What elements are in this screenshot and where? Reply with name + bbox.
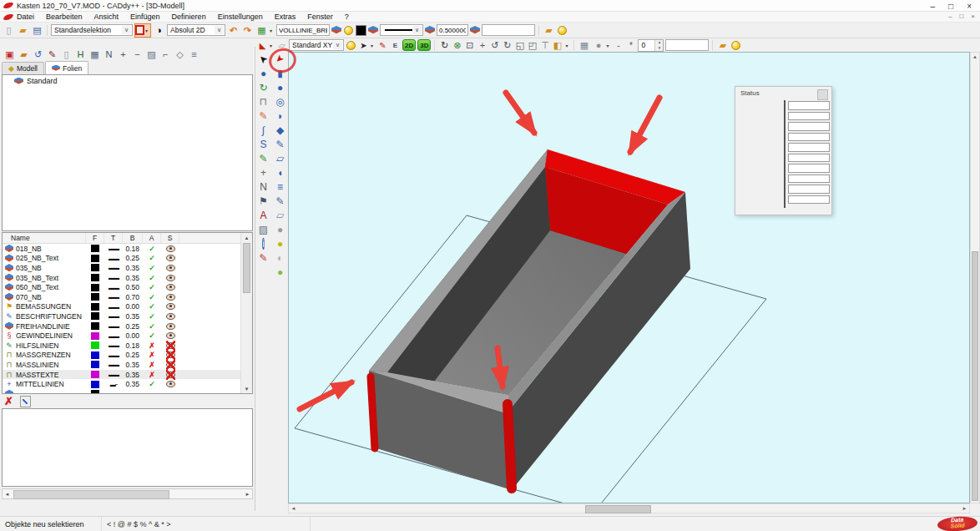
layer-linetype[interactable]: ▬▬	[104, 245, 123, 251]
rotate-right-icon[interactable]: ↻	[501, 39, 513, 52]
section-box-icon[interactable]: ▨	[145, 48, 158, 61]
layer-active-flag[interactable]: ✓	[143, 274, 161, 282]
info-icon[interactable]: i	[255, 236, 271, 250]
menu-item[interactable]: Extras	[275, 13, 296, 21]
layer-active-flag[interactable]: ✗	[143, 371, 161, 379]
line-width-input[interactable]	[437, 24, 468, 36]
tree-item-standard[interactable]: Standard	[3, 75, 252, 85]
table-row[interactable]: 018_NB ▬▬ 0.18 ✓	[3, 244, 241, 254]
workplane-combo[interactable]: Standard XY ∨	[289, 39, 344, 51]
selection-mode-combo[interactable]: Standardselektion ∨	[51, 24, 133, 36]
chevron-down-icon[interactable]: ▾	[371, 43, 376, 48]
table-row[interactable]: ⚑ BEMASSUNGEN ▬▬ 0.00 ✓	[3, 302, 241, 312]
menu-item[interactable]: ?	[345, 13, 349, 21]
bulb-layers-icon[interactable]	[730, 39, 741, 52]
column-header-a[interactable]: A	[143, 233, 161, 243]
sphere-icon[interactable]: ●	[272, 80, 288, 94]
layer-linetype[interactable]: ▬▬	[104, 342, 123, 348]
table-scrollbar[interactable]: ▲ ▼	[240, 233, 252, 393]
detail-list[interactable]	[2, 408, 253, 487]
zoom-page-icon[interactable]: ◰	[526, 39, 538, 52]
half-cylinder-icon[interactable]: ◗	[272, 109, 288, 123]
scroll-left-icon[interactable]: ◄	[289, 504, 298, 513]
layer-tree[interactable]: Standard	[2, 74, 253, 231]
layer-linetype[interactable]: ▬▬	[104, 323, 123, 329]
cube-icon[interactable]: ◇	[174, 48, 186, 61]
layer-active-flag[interactable]: ✗	[143, 361, 161, 369]
status-field[interactable]	[788, 143, 830, 152]
boolean-union-icon[interactable]: ●	[272, 222, 288, 236]
layer-linetype[interactable]: ▬▬	[104, 352, 123, 358]
boolean-subtract-icon[interactable]: ●	[272, 236, 288, 250]
pen-h-icon[interactable]: H	[74, 48, 87, 61]
layer-color-swatch[interactable]	[86, 293, 104, 301]
folder-add-icon[interactable]: ▰	[543, 24, 555, 37]
line-style-name-input[interactable]	[276, 24, 330, 36]
layer-visibility-toggle[interactable]	[161, 351, 179, 358]
chevron-down-icon[interactable]: ∨	[412, 26, 422, 34]
layer-linetype[interactable]: ▬▬	[104, 333, 123, 339]
layer-active-flag[interactable]: ✓	[143, 245, 161, 253]
torus-icon[interactable]: ◎	[272, 94, 288, 109]
layer-color-swatch[interactable]	[86, 381, 104, 388]
chevron-down-icon[interactable]: ▾	[270, 43, 275, 48]
layer-linetype[interactable]: ▬▬	[104, 391, 123, 393]
view-2d-button[interactable]: 2D	[402, 39, 416, 51]
layer-stack-icon[interactable]	[331, 26, 341, 34]
cylinder-icon[interactable]: ▮	[272, 66, 288, 80]
layer-active-flag[interactable]: ✓	[143, 264, 161, 272]
status-field[interactable]	[788, 185, 830, 194]
3d-viewport[interactable]	[288, 52, 970, 503]
tsquare-icon[interactable]: ⊤	[538, 39, 551, 52]
table-row[interactable]: § GEWINDELINIEN ▬▬ 0.00 ✓	[3, 331, 241, 341]
pan-icon[interactable]: +	[476, 39, 488, 52]
viewport-vertical-scrollbar[interactable]: ▲	[970, 52, 980, 503]
layer-color-swatch[interactable]	[86, 361, 104, 368]
minus-icon[interactable]: -	[613, 39, 624, 52]
scroll-up-icon[interactable]: ▲	[241, 233, 252, 242]
table-row[interactable]: ⊓ MASSLINIEN ▬▬ 0.35 ✗	[3, 360, 241, 370]
rotate-view-icon[interactable]: ↻	[255, 80, 271, 94]
view-name-input[interactable]	[665, 39, 709, 51]
zoom-refresh-icon[interactable]: ↺	[32, 48, 44, 61]
layer-visibility-toggle[interactable]	[161, 362, 179, 368]
layer-name-input[interactable]	[482, 24, 535, 36]
zoom-fit-icon[interactable]: ◱	[513, 39, 526, 52]
sphere-style-icon[interactable]: ●	[592, 39, 604, 52]
mdi-minimize-button[interactable]: –	[948, 13, 952, 20]
layer-linetype[interactable]: ▬··	[104, 382, 123, 387]
layer-visibility-toggle[interactable]	[161, 265, 179, 271]
scroll-left-icon[interactable]: ◄	[3, 489, 12, 498]
layer-linetype[interactable]: ▬▬	[104, 313, 123, 319]
select-cursor-icon[interactable]: ➤	[255, 52, 271, 66]
close-button[interactable]: ×	[967, 2, 972, 11]
layer-linetype[interactable]: ▬▬	[104, 285, 123, 291]
layer-color-swatch[interactable]	[86, 284, 104, 291]
chevron-down-icon[interactable]: ∨	[215, 26, 224, 34]
menu-item[interactable]: Datei	[17, 13, 34, 21]
scrollbar-thumb[interactable]	[585, 505, 651, 513]
layer-linetype[interactable]: ▬▬	[104, 304, 123, 310]
layer-visibility-toggle[interactable]	[161, 332, 179, 339]
menu-item[interactable]: Einstellungen	[218, 13, 263, 21]
delete-layer-icon[interactable]: ✗	[4, 395, 13, 407]
folder-add-icon[interactable]: ▰	[716, 39, 729, 52]
table-row[interactable]: ⊓ MASSTEXTE ▬▬ 0.35 ✗	[3, 370, 241, 380]
wedge-icon[interactable]: ◆	[272, 123, 288, 137]
draw-pen-icon[interactable]: ✎	[255, 151, 271, 165]
contrast-icon[interactable]: ◑	[153, 24, 165, 37]
layer-active-flag[interactable]: ✓	[143, 312, 161, 321]
current-color-swatch[interactable]	[356, 25, 366, 36]
sweep-pen-icon[interactable]: ✎	[272, 137, 288, 151]
layer-color-swatch[interactable]	[86, 245, 104, 252]
grid-style-icon[interactable]: ▦	[578, 39, 590, 52]
workplane-cone-icon[interactable]: ◣	[257, 39, 268, 52]
column-header-name[interactable]: Name	[3, 233, 86, 243]
layer-visibility-toggle[interactable]	[161, 342, 179, 349]
table-row[interactable]: FREIHANDLINIE ▬▬ 0.25 ✓	[3, 321, 241, 331]
page-edit-icon[interactable]: ▯	[60, 48, 73, 61]
spline-n-icon[interactable]: N	[103, 48, 115, 61]
save-file-icon[interactable]: ▤	[31, 24, 43, 37]
viewport-horizontal-scrollbar[interactable]: ◄ ►	[288, 503, 970, 513]
layer-linetype[interactable]: ▬▬	[104, 362, 123, 367]
